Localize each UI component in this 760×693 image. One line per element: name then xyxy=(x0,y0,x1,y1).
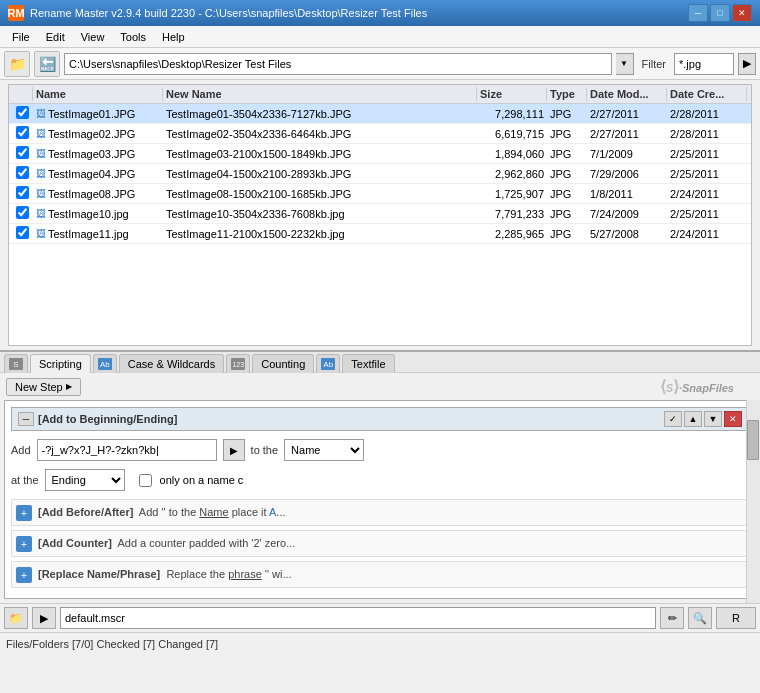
table-row[interactable]: 🖼TestImage01.JPG TestImage01-3504x2336-7… xyxy=(9,104,751,124)
minimize-button[interactable]: ─ xyxy=(688,4,708,22)
add-play-button[interactable]: ▶ xyxy=(223,439,245,461)
bt-file-input[interactable] xyxy=(60,607,656,629)
row-name-0: 🖼TestImage01.JPG xyxy=(33,107,163,121)
bt-folder-button[interactable]: 📁 xyxy=(4,607,28,629)
row-datemod-4: 1/8/2011 xyxy=(587,187,667,201)
row-checkbox-5[interactable] xyxy=(16,206,29,219)
tabs-bar: S Scripting Ab Case & Wildcards 123 Coun… xyxy=(0,352,760,373)
step-up-button[interactable]: ▲ xyxy=(684,411,702,427)
path-input[interactable] xyxy=(64,53,612,75)
step-close-button[interactable]: ✕ xyxy=(724,411,742,427)
maximize-button[interactable]: □ xyxy=(710,4,730,22)
new-step-button[interactable]: New Step ▶ xyxy=(6,378,81,396)
row-datemod-3: 7/29/2006 xyxy=(587,167,667,181)
col-name: Name xyxy=(33,87,163,101)
bt-search-button[interactable]: 🔍 xyxy=(688,607,712,629)
menu-help[interactable]: Help xyxy=(154,29,193,45)
row-name-3: 🖼TestImage04.JPG xyxy=(33,167,163,181)
row-newname-5: TestImage10-3504x2336-7608kb.jpg xyxy=(163,207,477,221)
path-dropdown-button[interactable]: ▼ xyxy=(616,53,634,75)
filter-input[interactable] xyxy=(674,53,734,75)
file-list: Name New Name Size Type Date Mod... Date… xyxy=(8,84,752,346)
only-label: only on a name c xyxy=(160,474,244,486)
table-row[interactable]: 🖼TestImage03.JPG TestImage03-2100x1500-1… xyxy=(9,144,751,164)
sub-text-2: [Add Counter] Add a counter padded with … xyxy=(38,535,295,552)
tab-textfile-icon: Ab xyxy=(316,354,340,373)
snapfiles-logo: ⟨S⟩·SnapFiles xyxy=(660,377,734,396)
step-header: ─ [Add to Beginning/Ending] ✓ ▲ ▼ ✕ xyxy=(11,407,749,431)
script-area: ─ [Add to Beginning/Ending] ✓ ▲ ▼ ✕ Add … xyxy=(0,400,760,603)
row-name-5: 🖼TestImage10.jpg xyxy=(33,207,163,221)
row-checkbox-3[interactable] xyxy=(16,166,29,179)
menu-tools[interactable]: Tools xyxy=(112,29,154,45)
col-check xyxy=(13,87,33,101)
row-checkbox-4[interactable] xyxy=(16,186,29,199)
step-check-button[interactable]: ✓ xyxy=(664,411,682,427)
row-size-0: 7,298,111 xyxy=(477,107,547,121)
row-size-4: 1,725,907 xyxy=(477,187,547,201)
step-collapse-button[interactable]: ─ xyxy=(18,412,34,426)
sub-text-3: [Replace Name/Phrase] Replace the phrase… xyxy=(38,566,292,583)
bt-play-button[interactable]: ▶ xyxy=(32,607,56,629)
row-name-1: 🖼TestImage02.JPG xyxy=(33,127,163,141)
row-size-2: 1,894,060 xyxy=(477,147,547,161)
toolbar-folder-button[interactable]: 📁 xyxy=(4,51,30,77)
row-name-2: 🖼TestImage03.JPG xyxy=(33,147,163,161)
row-newname-6: TestImage11-2100x1500-2232kb.jpg xyxy=(163,227,477,241)
only-checkbox[interactable] xyxy=(139,474,152,487)
tab-counting-icon: 123 xyxy=(226,354,250,373)
close-button[interactable]: ✕ xyxy=(732,4,752,22)
sub-text-1: [Add Before/After] Add '' to the Name pl… xyxy=(38,504,286,521)
add-text-input[interactable] xyxy=(37,439,217,461)
sub-add-button-1[interactable]: + xyxy=(16,505,32,521)
row-checkbox-2[interactable] xyxy=(16,146,29,159)
bt-rename-button[interactable]: R xyxy=(716,607,756,629)
toolbar-back-button[interactable]: 🔙 xyxy=(34,51,60,77)
step-down-button[interactable]: ▼ xyxy=(704,411,722,427)
sub-add-button-2[interactable]: + xyxy=(16,536,32,552)
table-row[interactable]: 🖼TestImage08.JPG TestImage08-1500x2100-1… xyxy=(9,184,751,204)
menu-file[interactable]: File xyxy=(4,29,38,45)
row-check-2 xyxy=(13,145,33,162)
row-type-3: JPG xyxy=(547,167,587,181)
new-step-bar: New Step ▶ ⟨S⟩·SnapFiles xyxy=(0,373,760,400)
tab-counting[interactable]: Counting xyxy=(252,354,314,373)
bottom-toolbar: 📁 ▶ ✏ 🔍 R xyxy=(0,603,760,632)
bt-pencil-button[interactable]: ✏ xyxy=(660,607,684,629)
table-row[interactable]: 🖼TestImage02.JPG TestImage02-3504x2336-6… xyxy=(9,124,751,144)
title-bar: RM Rename Master v2.9.4 build 2230 - C:\… xyxy=(0,0,760,26)
step-title: [Add to Beginning/Ending] xyxy=(38,413,660,425)
row-datemod-1: 2/27/2011 xyxy=(587,127,667,141)
row-type-4: JPG xyxy=(547,187,587,201)
row-check-4 xyxy=(13,185,33,202)
table-row[interactable]: 🖼TestImage10.jpg TestImage10-3504x2336-7… xyxy=(9,204,751,224)
row-size-3: 2,962,860 xyxy=(477,167,547,181)
table-row[interactable]: 🖼TestImage04.JPG TestImage04-1500x2100-2… xyxy=(9,164,751,184)
step-controls: ✓ ▲ ▼ ✕ xyxy=(664,411,742,427)
menu-edit[interactable]: Edit xyxy=(38,29,73,45)
name-select[interactable]: Name Extension Full Name xyxy=(284,439,364,461)
tab-case-wildcards-icon: Ab xyxy=(93,354,117,373)
row-type-5: JPG xyxy=(547,207,587,221)
row-checkbox-6[interactable] xyxy=(16,226,29,239)
app-window: RM Rename Master v2.9.4 build 2230 - C:\… xyxy=(0,0,760,693)
scripting-icon: S xyxy=(4,354,28,373)
menu-view[interactable]: View xyxy=(73,29,113,45)
tab-textfile[interactable]: Textfile xyxy=(342,354,394,373)
filter-arrow-button[interactable]: ▶ xyxy=(738,53,756,75)
sub-add-button-3[interactable]: + xyxy=(16,567,32,583)
ending-select[interactable]: Ending Beginning xyxy=(45,469,125,491)
scroll-thumb[interactable] xyxy=(747,420,759,460)
row-newname-2: TestImage03-2100x1500-1849kb.JPG xyxy=(163,147,477,161)
col-datecre: Date Cre... xyxy=(667,87,747,101)
tab-scripting[interactable]: Scripting xyxy=(30,354,91,373)
col-type: Type xyxy=(547,87,587,101)
at-row: at the Ending Beginning only on a name c xyxy=(11,469,749,491)
row-checkbox-1[interactable] xyxy=(16,126,29,139)
row-checkbox-0[interactable] xyxy=(16,106,29,119)
tab-case-wildcards[interactable]: Case & Wildcards xyxy=(119,354,224,373)
row-datecre-4: 2/24/2011 xyxy=(667,187,747,201)
row-datemod-6: 5/27/2008 xyxy=(587,227,667,241)
row-newname-4: TestImage08-1500x2100-1685kb.JPG xyxy=(163,187,477,201)
table-row[interactable]: 🖼TestImage11.jpg TestImage11-2100x1500-2… xyxy=(9,224,751,244)
